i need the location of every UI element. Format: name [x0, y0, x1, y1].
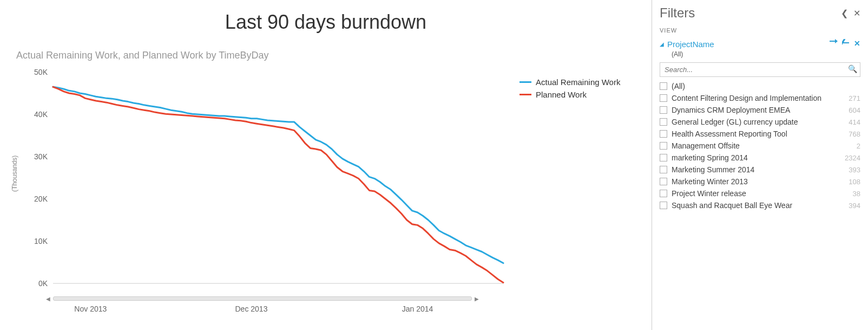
- filter-checkbox[interactable]: [660, 202, 667, 209]
- svg-text:10K: 10K: [34, 237, 48, 245]
- x-axis-scrollbar[interactable]: ◀ ▶: [53, 296, 472, 301]
- filter-option-count: 271: [849, 94, 860, 102]
- filter-option[interactable]: Marketing Winter 2013108: [660, 176, 860, 187]
- filter-checkbox[interactable]: [660, 118, 667, 126]
- filter-checkbox[interactable]: [660, 190, 667, 197]
- filter-option-label: Management Offsite: [672, 141, 740, 150]
- filter-option-label: General Ledger (GL) currency update: [672, 118, 798, 126]
- filters-section-label: VIEW: [660, 27, 860, 34]
- filter-checkbox[interactable]: [660, 178, 667, 185]
- expand-triangle-icon: ◢: [660, 41, 664, 47]
- filter-option-label: Project Winter release: [672, 189, 746, 198]
- filter-option-count: 414: [849, 118, 860, 126]
- filter-option-label: Dynamics CRM Deployment EMEA: [672, 106, 790, 114]
- filter-option[interactable]: General Ledger (GL) currency update414: [660, 116, 860, 128]
- filter-option-label: Marketing Winter 2013: [672, 177, 748, 186]
- chart-subtitle: Actual Remaining Work, and Planned Work …: [16, 50, 635, 61]
- filter-option-count: 604: [849, 106, 860, 114]
- svg-text:30K: 30K: [34, 152, 48, 161]
- legend-item-planned[interactable]: Planned Work: [520, 90, 620, 99]
- burndown-line-chart: 0K10K20K30K40K50K: [16, 67, 509, 294]
- filter-option-label: Squash and Racquet Ball Eye Wear: [672, 201, 792, 210]
- filters-panel-title: Filters: [660, 5, 695, 21]
- filter-field-label: ProjectName: [667, 40, 714, 49]
- legend-swatch-actual: [520, 81, 531, 83]
- apply-filter-icon[interactable]: [829, 39, 838, 49]
- chart-area: Last 90 days burndown Actual Remaining W…: [0, 0, 652, 330]
- filter-option[interactable]: Project Winter release38: [660, 187, 860, 199]
- filter-option[interactable]: Health Assessment Reporting Tool768: [660, 128, 860, 140]
- filter-checkbox[interactable]: [660, 166, 667, 173]
- filter-option-count: 2: [857, 142, 860, 150]
- filter-option[interactable]: marketing Spring 20142324: [660, 152, 860, 164]
- collapse-icon[interactable]: ❮: [841, 8, 848, 18]
- filter-option-label: (All): [672, 82, 685, 90]
- svg-text:20K: 20K: [34, 195, 48, 203]
- chart-title: Last 90 days burndown: [16, 11, 635, 34]
- filter-option-label: marketing Spring 2014: [672, 153, 748, 162]
- y-axis-title: (Thousands): [11, 156, 18, 192]
- svg-rect-10: [843, 42, 849, 43]
- filter-option-label: Health Assessment Reporting Tool: [672, 130, 787, 138]
- filter-search-input[interactable]: [660, 62, 860, 77]
- svg-text:50K: 50K: [34, 68, 48, 76]
- filter-option-label: Content Filtering Design and Implementat…: [672, 94, 821, 102]
- scroll-right-icon[interactable]: ▶: [475, 296, 479, 302]
- filter-option[interactable]: (All): [660, 80, 860, 92]
- svg-text:Dec 2013: Dec 2013: [235, 305, 268, 313]
- svg-text:Nov 2013: Nov 2013: [74, 305, 107, 313]
- legend-label-actual: Actual Remaining Work: [536, 77, 620, 87]
- filter-checkbox[interactable]: [660, 94, 667, 102]
- svg-text:40K: 40K: [34, 110, 48, 119]
- filter-checkbox[interactable]: [660, 82, 667, 90]
- svg-text:Jan 2014: Jan 2014: [402, 305, 433, 313]
- filter-checkbox[interactable]: [660, 106, 667, 114]
- filters-panel: Filters ❮ ✕ VIEW ◢ ProjectName ✕ (All) 🔍…: [652, 0, 868, 330]
- filter-field-projectname[interactable]: ◢ ProjectName: [660, 40, 714, 49]
- filter-checkbox[interactable]: [660, 130, 667, 138]
- legend-label-planned: Planned Work: [536, 90, 587, 99]
- svg-rect-11: [842, 39, 846, 45]
- scroll-left-icon[interactable]: ◀: [46, 296, 50, 302]
- filter-option[interactable]: Marketing Summer 2014393: [660, 164, 860, 176]
- filter-option[interactable]: Management Offsite2: [660, 140, 860, 152]
- svg-text:0K: 0K: [38, 279, 48, 288]
- filter-current-selection: (All): [672, 50, 860, 58]
- legend-swatch-planned: [520, 94, 531, 95]
- filter-option-count: 768: [849, 130, 860, 138]
- clear-filter-icon[interactable]: [842, 39, 850, 49]
- remove-filter-icon[interactable]: ✕: [854, 39, 860, 49]
- filter-option[interactable]: Content Filtering Design and Implementat…: [660, 92, 860, 104]
- filter-option[interactable]: Dynamics CRM Deployment EMEA604: [660, 104, 860, 116]
- legend-item-actual[interactable]: Actual Remaining Work: [520, 77, 620, 87]
- filter-options-list: (All)Content Filtering Design and Implem…: [660, 80, 860, 211]
- search-icon[interactable]: 🔍: [848, 64, 857, 73]
- filter-option-count: 393: [849, 166, 860, 174]
- filter-option-count: 2324: [845, 154, 860, 162]
- x-axis-labels: Nov 2013Dec 2013Jan 2014: [16, 301, 509, 317]
- filter-option-count: 108: [849, 178, 860, 186]
- filter-option-count: 394: [849, 202, 860, 210]
- filter-option[interactable]: Squash and Racquet Ball Eye Wear394: [660, 199, 860, 211]
- close-icon[interactable]: ✕: [853, 8, 860, 18]
- chart-legend: Actual Remaining Work Planned Work: [509, 67, 620, 294]
- filter-checkbox[interactable]: [660, 142, 667, 150]
- filter-option-label: Marketing Summer 2014: [672, 165, 754, 174]
- filter-checkbox[interactable]: [660, 154, 667, 161]
- filter-option-count: 38: [853, 190, 860, 198]
